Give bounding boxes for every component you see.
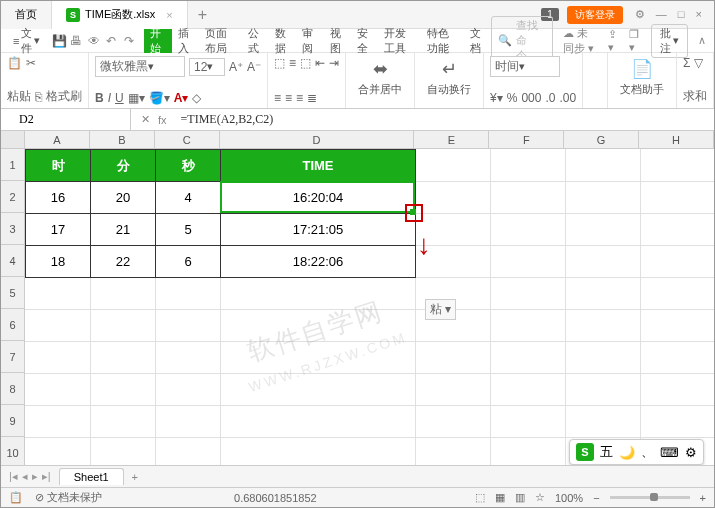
cell-B4[interactable]: 22 <box>91 246 156 278</box>
zoom-value[interactable]: 100% <box>555 492 583 504</box>
col-A[interactable]: A <box>25 131 90 148</box>
menu-dev[interactable]: 开发工具 <box>378 29 421 53</box>
row-3[interactable]: 3 <box>1 213 25 245</box>
save-icon[interactable]: 💾 <box>52 34 66 48</box>
shrink-font-icon[interactable]: A⁻ <box>247 60 261 74</box>
cancel-formula-icon[interactable]: ✕ <box>141 113 150 126</box>
zoom-slider[interactable] <box>610 496 690 499</box>
zoom-out-icon[interactable]: − <box>593 492 599 504</box>
print-icon[interactable]: 🖶 <box>70 34 84 48</box>
select-all-corner[interactable] <box>1 131 25 148</box>
sheet-first-icon[interactable]: |◂ <box>9 470 18 483</box>
inc-dec-icon[interactable]: .0 <box>545 91 555 105</box>
view-break-icon[interactable]: ▥ <box>515 491 525 504</box>
row-2[interactable]: 2 <box>1 181 25 213</box>
align-bot-icon[interactable]: ⬚ <box>300 56 311 70</box>
indent-dec-icon[interactable]: ⇤ <box>315 56 325 70</box>
cell-C3[interactable]: 5 <box>156 214 221 246</box>
menu-layout[interactable]: 页面布局 <box>199 29 242 53</box>
brush-label[interactable]: 格式刷 <box>46 88 82 105</box>
preview-icon[interactable]: 👁 <box>88 34 102 48</box>
sheet-prev-icon[interactable]: ◂ <box>22 470 28 483</box>
cell-C2[interactable]: 4 <box>156 182 221 214</box>
menu-feature[interactable]: 特色功能 <box>421 29 464 53</box>
view-read-icon[interactable]: ☆ <box>535 491 545 504</box>
sheet-tab-1[interactable]: Sheet1 <box>59 468 124 485</box>
fill-color-icon[interactable]: 🪣▾ <box>149 91 170 105</box>
col-E[interactable]: E <box>414 131 489 148</box>
row-6[interactable]: 6 <box>1 309 25 341</box>
cell-D3[interactable]: 17:21:05 <box>221 214 416 246</box>
tab-home[interactable]: 首页 <box>1 1 52 29</box>
col-D[interactable]: D <box>220 131 415 148</box>
copy-icon[interactable]: ⎘ <box>35 90 42 104</box>
row-4[interactable]: 4 <box>1 245 25 277</box>
clipboard-status-icon[interactable]: 📋 <box>9 491 23 504</box>
protect-status[interactable]: ⊘ 文档未保护 <box>35 490 102 505</box>
menu-start[interactable]: 开始 <box>144 29 171 53</box>
cut-icon[interactable]: ✂ <box>26 56 36 70</box>
percent-icon[interactable]: % <box>507 91 518 105</box>
undo-icon[interactable]: ↶ <box>106 34 120 48</box>
autofill-options-button[interactable]: 粘 ▾ <box>425 299 456 320</box>
menu-data[interactable]: 数据 <box>269 29 296 53</box>
numfmt-select[interactable]: 时间 ▾ <box>490 56 560 77</box>
comma-icon[interactable]: 000 <box>521 91 541 105</box>
merge-button[interactable]: ⬌合并居中 <box>352 56 408 99</box>
align-mid-icon[interactable]: ≡ <box>289 56 296 70</box>
cell-C4[interactable]: 6 <box>156 246 221 278</box>
underline-icon[interactable]: U <box>115 91 124 105</box>
cell-B2[interactable]: 20 <box>91 182 156 214</box>
border-icon[interactable]: ▦▾ <box>128 91 145 105</box>
ime-keyboard-icon[interactable]: ⌨ <box>660 445 679 460</box>
expand-icon[interactable]: ∧ <box>698 34 706 47</box>
clear-format-icon[interactable]: ◇ <box>192 91 201 105</box>
col-G[interactable]: G <box>564 131 639 148</box>
align-right-icon[interactable]: ≡ <box>296 91 303 105</box>
align-justify-icon[interactable]: ≣ <box>307 91 317 105</box>
bold-icon[interactable]: B <box>95 91 104 105</box>
cells-area[interactable]: 时 分 秒 TIME 16 20 4 16:20:04 17 21 5 17:2… <box>25 149 714 469</box>
add-sheet-button[interactable]: + <box>124 471 146 483</box>
indent-inc-icon[interactable]: ⇥ <box>329 56 339 70</box>
menu-view[interactable]: 视图 <box>324 29 351 53</box>
menu-formula[interactable]: 公式 <box>242 29 269 53</box>
fx-icon[interactable]: fx <box>158 114 167 126</box>
dec-dec-icon[interactable]: .00 <box>559 91 576 105</box>
col-H[interactable]: H <box>639 131 714 148</box>
col-F[interactable]: F <box>489 131 564 148</box>
sync-status[interactable]: ☁ 未同步 ▾ <box>563 26 598 56</box>
ime-mode[interactable]: 五 <box>600 443 613 461</box>
view-layout-icon[interactable]: ▦ <box>495 491 505 504</box>
ime-settings-icon[interactable]: ⚙ <box>685 445 697 460</box>
cell-A3[interactable]: 17 <box>26 214 91 246</box>
ime-toolbar[interactable]: S 五 🌙 、 ⌨ ⚙ <box>569 439 704 465</box>
italic-icon[interactable]: I <box>108 91 111 105</box>
view-normal-icon[interactable]: ⬚ <box>475 491 485 504</box>
row-8[interactable]: 8 <box>1 373 25 405</box>
cell-A2[interactable]: 16 <box>26 182 91 214</box>
new-tab-button[interactable]: + <box>188 6 217 24</box>
align-center-icon[interactable]: ≡ <box>285 91 292 105</box>
font-select[interactable]: 微软雅黑 ▾ <box>95 56 185 77</box>
paste-icon[interactable]: 📋 <box>7 56 22 70</box>
grow-font-icon[interactable]: A⁺ <box>229 60 243 74</box>
cell-B3[interactable]: 21 <box>91 214 156 246</box>
col-B[interactable]: B <box>90 131 155 148</box>
wrap-button[interactable]: ↵自动换行 <box>421 56 477 99</box>
row-7[interactable]: 7 <box>1 341 25 373</box>
sheet-last-icon[interactable]: ▸| <box>42 470 51 483</box>
font-color-icon[interactable]: A▾ <box>174 91 189 105</box>
cell-D4[interactable]: 18:22:06 <box>221 246 416 278</box>
sum-icon[interactable]: Σ <box>683 56 690 70</box>
fontsize-select[interactable]: 12 ▾ <box>189 58 225 76</box>
col-C[interactable]: C <box>155 131 220 148</box>
filter-icon[interactable]: ▽ <box>694 56 703 70</box>
menu-doc[interactable]: 文档 <box>464 29 491 53</box>
align-top-icon[interactable]: ⬚ <box>274 56 285 70</box>
menu-review[interactable]: 审阅 <box>296 29 323 53</box>
cell-A4[interactable]: 18 <box>26 246 91 278</box>
more-icon[interactable]: ❐ ▾ <box>629 28 641 54</box>
menu-security[interactable]: 安全 <box>351 29 378 53</box>
zoom-in-icon[interactable]: + <box>700 492 706 504</box>
